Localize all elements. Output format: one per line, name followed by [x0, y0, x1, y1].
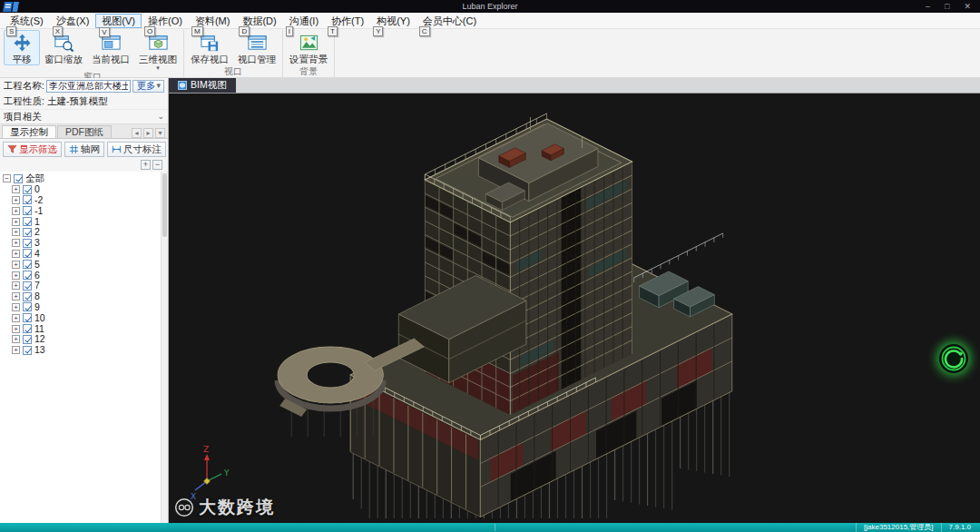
expand-node-icon[interactable]: +	[12, 207, 20, 215]
expand-all-button[interactable]: +	[141, 160, 151, 170]
expand-node-icon[interactable]: +	[12, 218, 20, 226]
tab-scroll-right-icon[interactable]: ▸	[143, 128, 153, 138]
tree-row-1[interactable]: +1	[3, 216, 168, 227]
expand-node-icon[interactable]: +	[12, 196, 20, 204]
minimize-button[interactable]: –	[926, 0, 930, 13]
layer-checkbox[interactable]	[23, 249, 32, 258]
qq-contact-button[interactable]	[939, 344, 968, 373]
menu-gouvision[interactable]: 构视(Y)Y	[370, 14, 416, 28]
tab-bim-view[interactable]: BIM视图	[169, 78, 236, 93]
menu-view[interactable]: 视图(V)V	[95, 14, 142, 28]
expand-node-icon[interactable]: +	[12, 271, 20, 280]
expand-node-icon[interactable]: +	[12, 250, 20, 258]
bim-3d-viewport[interactable]: ZYX 大数跨境	[169, 94, 980, 523]
layer-checkbox[interactable]	[23, 324, 32, 333]
menu-material[interactable]: 资料(M)M	[189, 14, 237, 28]
tree-row-6[interactable]: +6	[3, 270, 168, 281]
tree-row-2[interactable]: +2	[3, 227, 168, 238]
expand-node-icon[interactable]: +	[12, 314, 20, 322]
collapse-all-button[interactable]: −	[152, 160, 162, 170]
tree-row-9[interactable]: +9	[3, 302, 168, 313]
project-nature-value: 土建-预算模型	[47, 95, 108, 108]
layer-checkbox[interactable]	[23, 302, 32, 311]
tree-item-label: 4	[34, 249, 40, 259]
tree-row-10[interactable]: +10	[3, 312, 168, 323]
menu-member-center[interactable]: 会员中心(C)C	[416, 14, 483, 28]
tree-row-13[interactable]: +13	[3, 345, 168, 356]
layer-checkbox[interactable]	[23, 239, 32, 248]
menu-sandbox[interactable]: 沙盘(X)X	[50, 14, 96, 28]
more-button[interactable]: 更多 ▾	[132, 80, 164, 93]
layer-checkbox[interactable]	[23, 281, 32, 291]
tab-pdf-drawings[interactable]: PDF图纸	[57, 125, 112, 138]
menu-collaboration[interactable]: 协作(T)T	[325, 14, 370, 28]
expand-node-icon[interactable]: +	[12, 325, 20, 333]
expand-node-icon[interactable]: +	[12, 335, 20, 343]
tree-row--1[interactable]: +-1	[3, 205, 168, 216]
tree-row-3[interactable]: +3	[3, 238, 168, 249]
close-button[interactable]: ✕	[964, 0, 971, 13]
tree-row-7[interactable]: +7	[3, 281, 168, 291]
current-viewport-button[interactable]: 当前视口	[87, 30, 134, 65]
project-related-section[interactable]: 项目相关 ⌄	[0, 109, 168, 124]
maximize-button[interactable]: □	[945, 0, 949, 13]
layer-checkbox[interactable]	[23, 228, 32, 237]
tree-row-12[interactable]: +12	[3, 334, 168, 345]
tree-row-8[interactable]: +8	[3, 291, 168, 302]
project-name-input[interactable]	[46, 80, 132, 93]
layer-checkbox[interactable]	[23, 271, 32, 280]
tab-display-control[interactable]: 显示控制	[2, 125, 56, 138]
menu-item-label: 系统(S)	[10, 15, 44, 26]
tree-scrollbar[interactable]	[161, 172, 168, 523]
layer-checkbox[interactable]	[14, 174, 23, 183]
dropdown-arrow-icon[interactable]: ▾	[156, 64, 160, 71]
menu-system[interactable]: 系统(S)S	[4, 14, 50, 28]
expand-node-icon[interactable]: +	[12, 292, 20, 300]
window-zoom-button[interactable]: 窗口缩放	[40, 30, 87, 65]
menu-item-label: 视图(V)	[102, 15, 135, 26]
layer-checkbox[interactable]	[23, 206, 32, 215]
keytip-badge: Y	[373, 26, 383, 36]
layer-checkbox[interactable]	[23, 260, 32, 269]
panel-tab-nav: ◂▸▾	[132, 128, 168, 138]
dimension-button[interactable]: 尺寸标注	[107, 142, 166, 157]
axis-grid-button[interactable]: 轴网	[64, 142, 104, 157]
display-filter-button[interactable]: 显示筛选	[3, 142, 62, 157]
layer-checkbox[interactable]	[23, 292, 32, 301]
layer-checkbox[interactable]	[23, 335, 32, 344]
menu-data[interactable]: 数据(D)D	[236, 14, 282, 28]
tab-scroll-left-icon[interactable]: ◂	[132, 128, 142, 138]
set-background-icon	[299, 33, 319, 54]
scrollbar-thumb[interactable]	[162, 173, 167, 237]
tree-row-4[interactable]: +4	[3, 249, 168, 260]
menu-operation[interactable]: 操作(O)O	[142, 14, 189, 28]
layer-checkbox[interactable]	[23, 313, 32, 322]
layer-checkbox[interactable]	[23, 195, 32, 204]
ribbon-button-label: 三维视图	[139, 54, 177, 64]
tree-row-5[interactable]: +5	[3, 259, 168, 270]
menu-item-label: 操作(O)	[148, 15, 182, 26]
tree-row--2[interactable]: +-2	[3, 195, 168, 206]
tree-row-全部[interactable]: −全部	[3, 173, 168, 184]
tab-list-icon[interactable]: ▾	[155, 128, 165, 138]
tree-row-0[interactable]: +0	[3, 184, 168, 195]
menu-communication[interactable]: 沟通(I)I	[283, 14, 325, 28]
layer-checkbox[interactable]	[23, 185, 32, 194]
expand-node-icon[interactable]: +	[12, 261, 20, 269]
collapse-node-icon[interactable]: −	[3, 174, 11, 182]
tree-item-label: 2	[34, 227, 40, 237]
watermark-logo-icon	[174, 498, 194, 517]
menu-item-label: 沙盘(X)	[56, 15, 90, 26]
expand-node-icon[interactable]: +	[12, 281, 20, 290]
expand-node-icon[interactable]: +	[12, 303, 20, 311]
layer-checkbox[interactable]	[23, 346, 32, 355]
expand-node-icon[interactable]: +	[12, 239, 20, 247]
layer-checkbox[interactable]	[23, 217, 32, 226]
three-d-view-button[interactable]: 三维视图▾	[134, 30, 181, 72]
tree-row-11[interactable]: +11	[3, 323, 168, 334]
expand-node-icon[interactable]: +	[12, 185, 20, 193]
filter-button-label: 轴网	[81, 143, 100, 156]
expand-node-icon[interactable]: +	[12, 228, 20, 236]
expand-node-icon[interactable]: +	[12, 346, 20, 354]
tree-item-label: 7	[34, 281, 40, 291]
